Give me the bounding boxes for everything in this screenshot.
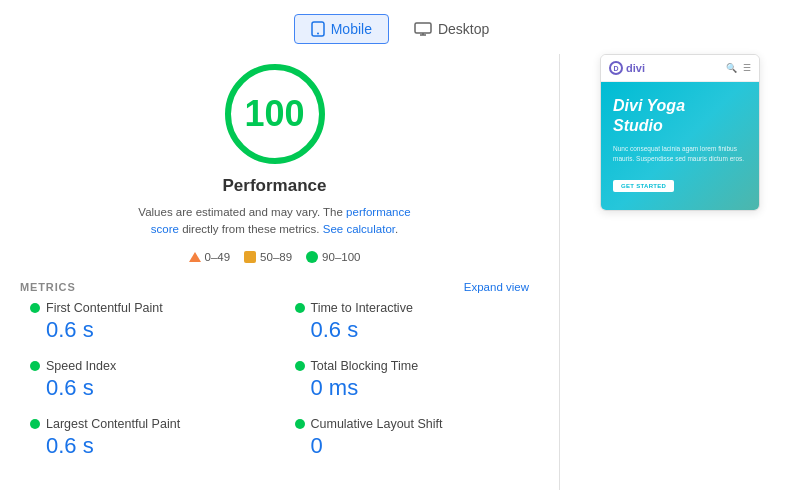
score-desc-end: .: [395, 223, 398, 235]
metric-tti-header: Time to Interactive: [295, 301, 520, 315]
divi-logo-circle: D: [609, 61, 623, 75]
expand-view-button[interactable]: Expand view: [464, 281, 529, 293]
menu-icon: ☰: [743, 63, 751, 73]
metric-si-header: Speed Index: [30, 359, 255, 373]
fcp-label: First Contentful Paint: [46, 301, 163, 315]
legend-triangle-icon: [189, 252, 201, 262]
metrics-title: METRICS: [20, 281, 76, 293]
hero-title-text2: Studio: [613, 117, 663, 134]
divi-logo: D divi: [609, 61, 645, 75]
tab-bar: Mobile Desktop: [0, 0, 800, 54]
metric-tbt: Total Blocking Time 0 ms: [295, 359, 520, 401]
cls-status-dot: [295, 419, 305, 429]
divi-logo-text: divi: [626, 62, 645, 74]
left-panel: 100 Performance Values are estimated and…: [20, 54, 560, 490]
score-desc-text: Values are estimated and may vary. The: [138, 206, 346, 218]
legend-item-good: 90–100: [306, 251, 360, 263]
metrics-header: METRICS Expand view: [20, 281, 529, 293]
tti-value: 0.6 s: [311, 317, 520, 343]
phone-topbar-icons: 🔍 ☰: [726, 63, 751, 73]
tbt-label: Total Blocking Time: [311, 359, 419, 373]
legend-item-ok: 50–89: [244, 251, 292, 263]
tab-desktop-label: Desktop: [438, 21, 489, 37]
metric-tbt-header: Total Blocking Time: [295, 359, 520, 373]
score-number: 100: [244, 93, 304, 135]
hero-title: Divi Yoga Studio: [613, 96, 747, 136]
metrics-grid: First Contentful Paint 0.6 s Time to Int…: [20, 301, 529, 459]
svg-rect-2: [415, 23, 431, 33]
legend-label-good: 90–100: [322, 251, 360, 263]
desktop-icon: [414, 22, 432, 36]
legend: 0–49 50–89 90–100: [189, 251, 361, 263]
lcp-value: 0.6 s: [46, 433, 255, 459]
si-value: 0.6 s: [46, 375, 255, 401]
svg-point-1: [317, 33, 319, 35]
hero-cta-button[interactable]: GET STARTED: [613, 180, 674, 192]
metric-cls: Cumulative Layout Shift 0: [295, 417, 520, 459]
score-description: Values are estimated and may vary. The p…: [135, 204, 415, 239]
mobile-icon: [311, 21, 325, 37]
tti-label: Time to Interactive: [311, 301, 413, 315]
lcp-status-dot: [30, 419, 40, 429]
cls-label: Cumulative Layout Shift: [311, 417, 443, 431]
tti-status-dot: [295, 303, 305, 313]
metric-tti: Time to Interactive 0.6 s: [295, 301, 520, 343]
calculator-link[interactable]: See calculator: [323, 223, 395, 235]
legend-label-ok: 50–89: [260, 251, 292, 263]
si-status-dot: [30, 361, 40, 371]
legend-square-icon: [244, 251, 256, 263]
legend-label-bad: 0–49: [205, 251, 231, 263]
score-label: Performance: [223, 176, 327, 196]
phone-topbar: D divi 🔍 ☰: [601, 55, 759, 82]
hero-title-italic: Yoga: [647, 97, 686, 114]
metric-fcp-header: First Contentful Paint: [30, 301, 255, 315]
metrics-section: METRICS Expand view First Contentful Pai…: [20, 277, 529, 459]
main-content: 100 Performance Values are estimated and…: [0, 54, 800, 500]
metric-lcp: Largest Contentful Paint 0.6 s: [30, 417, 255, 459]
tab-mobile-label: Mobile: [331, 21, 372, 37]
legend-item-bad: 0–49: [189, 251, 231, 263]
metric-fcp: First Contentful Paint 0.6 s: [30, 301, 255, 343]
phone-hero: Divi Yoga Studio Nunc consequat lacinia …: [601, 82, 759, 210]
metric-cls-header: Cumulative Layout Shift: [295, 417, 520, 431]
metric-si: Speed Index 0.6 s: [30, 359, 255, 401]
cls-value: 0: [311, 433, 520, 459]
score-circle: 100: [225, 64, 325, 164]
page-wrapper: Mobile Desktop 100 Performance Values ar…: [0, 0, 800, 500]
si-label: Speed Index: [46, 359, 116, 373]
metric-lcp-header: Largest Contentful Paint: [30, 417, 255, 431]
right-panel: D divi 🔍 ☰ Divi Yoga Studio Nunc consequ…: [580, 54, 780, 490]
phone-preview: D divi 🔍 ☰ Divi Yoga Studio Nunc consequ…: [600, 54, 760, 211]
tbt-value: 0 ms: [311, 375, 520, 401]
tab-desktop[interactable]: Desktop: [397, 14, 506, 44]
search-icon: 🔍: [726, 63, 737, 73]
hero-body-text: Nunc consequat lacinia agam lorem finibu…: [613, 144, 747, 164]
tbt-status-dot: [295, 361, 305, 371]
lcp-label: Largest Contentful Paint: [46, 417, 180, 431]
hero-title-text1: Divi: [613, 97, 647, 114]
score-desc-mid: directly from these metrics.: [179, 223, 323, 235]
fcp-value: 0.6 s: [46, 317, 255, 343]
legend-circle-icon: [306, 251, 318, 263]
fcp-status-dot: [30, 303, 40, 313]
tab-mobile[interactable]: Mobile: [294, 14, 389, 44]
